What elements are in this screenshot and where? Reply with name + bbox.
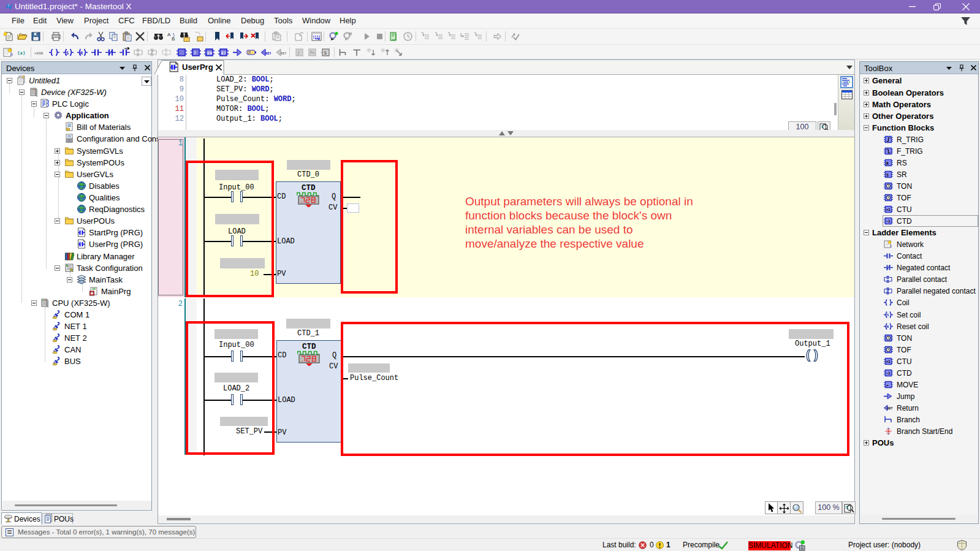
- svg-text:RET: RET: [281, 51, 286, 55]
- svg-text:R: R: [887, 324, 889, 329]
- svg-text:S: S: [887, 313, 889, 317]
- svg-text:E?: E?: [221, 51, 226, 56]
- svg-text:RET: RET: [265, 51, 271, 55]
- svg-text:-1: -1: [886, 371, 891, 375]
- svg-text:RET: RET: [887, 406, 893, 410]
- svg-text:R: R: [80, 51, 83, 56]
- svg-text:R: R: [886, 161, 889, 166]
- svg-text:+1: +1: [886, 207, 891, 211]
- svg-text:?: ?: [194, 51, 196, 56]
- svg-text:(x): (x): [17, 50, 26, 56]
- svg-text:S: S: [886, 173, 889, 178]
- svg-text:PN: PN: [310, 50, 314, 55]
- svg-text:=: =: [886, 383, 889, 388]
- svg-text:EN: EN: [207, 51, 212, 56]
- svg-text:+1: +1: [886, 359, 891, 363]
- svg-text:S: S: [66, 51, 69, 56]
- svg-text:A: A: [167, 32, 171, 37]
- svg-text:=VAR: =VAR: [34, 51, 44, 55]
- svg-text:S: S: [324, 50, 327, 56]
